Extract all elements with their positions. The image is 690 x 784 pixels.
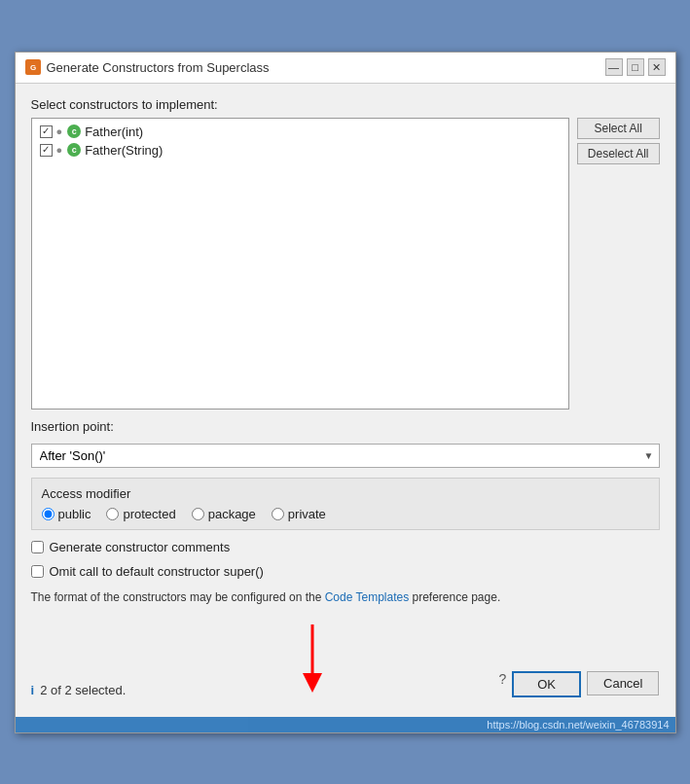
title-controls: — □ ✕ <box>605 58 666 76</box>
insertion-dropdown[interactable]: After 'Son()' Before 'Son()' At beginnin… <box>31 444 660 468</box>
radio-public-input[interactable] <box>42 508 54 520</box>
c-badge-1: c <box>67 125 81 138</box>
insertion-label: Insertion point: <box>31 419 660 434</box>
constructor-item-2[interactable]: ● c Father(String) <box>36 141 564 160</box>
radio-public-label: public <box>58 507 91 521</box>
radio-package-input[interactable] <box>192 508 204 520</box>
close-button[interactable]: ✕ <box>648 58 666 76</box>
omit-call-label: Omit call to default constructor super() <box>50 564 264 579</box>
checkbox-1[interactable] <box>40 125 53 138</box>
info-icon: i <box>31 683 35 697</box>
info-text-after: preference page. <box>409 590 500 604</box>
action-buttons: ? OK Cancel <box>498 671 659 697</box>
badge-dot-2: ● <box>56 144 63 156</box>
list-buttons: Select All Deselect All <box>577 118 660 410</box>
access-modifier-title: Access modifier <box>42 486 649 501</box>
minimize-button[interactable]: — <box>605 58 623 76</box>
access-modifier-section: Access modifier public protected package… <box>31 478 660 530</box>
radio-public[interactable]: public <box>42 507 91 521</box>
generate-comments-option[interactable]: Generate constructor comments <box>31 540 660 554</box>
bottom-bar: https://blog.csdn.net/weixin_46783914 <box>16 717 675 732</box>
checkbox-2[interactable] <box>40 144 53 157</box>
svg-text:G: G <box>29 63 35 72</box>
constructor-name-1: Father(int) <box>85 125 143 139</box>
restore-button[interactable]: □ <box>627 58 644 76</box>
badge-dot-1: ● <box>56 125 63 137</box>
radio-protected[interactable]: protected <box>106 507 175 521</box>
radio-package-label: package <box>208 507 256 521</box>
bottom-row: i 2 of 2 selected. ? OK Cancel <box>31 616 660 703</box>
insertion-dropdown-wrapper: After 'Son()' Before 'Son()' At beginnin… <box>31 444 660 468</box>
radio-protected-label: protected <box>123 507 175 521</box>
ok-button[interactable]: OK <box>512 671 581 697</box>
selected-count-text: 2 of 2 selected. <box>40 683 126 697</box>
generate-comments-checkbox[interactable] <box>31 541 44 553</box>
c-badge-2: c <box>67 143 81 157</box>
code-templates-link[interactable]: Code Templates <box>325 590 410 604</box>
constructor-item-1[interactable]: ● c Father(int) <box>36 123 564 141</box>
radio-group: public protected package private <box>42 507 649 521</box>
omit-call-checkbox[interactable] <box>31 565 44 578</box>
info-text: The format of the constructors may be co… <box>31 588 660 606</box>
info-text-before: The format of the constructors may be co… <box>31 590 325 604</box>
radio-private-input[interactable] <box>272 508 284 520</box>
radio-private[interactable]: private <box>272 507 326 521</box>
generate-constructors-dialog: G Generate Constructors from Superclass … <box>15 52 676 733</box>
dialog-icon: G <box>25 59 41 75</box>
dialog-body: Select constructors to implement: ● c Fa… <box>16 84 675 717</box>
radio-package[interactable]: package <box>192 507 256 521</box>
constructor-list: ● c Father(int) ● c Father(String) <box>31 118 569 410</box>
insertion-section: Insertion point: After 'Son()' Before 'S… <box>31 419 660 468</box>
radio-protected-input[interactable] <box>106 508 119 520</box>
constructor-list-container: ● c Father(int) ● c Father(String) Selec… <box>31 118 660 410</box>
select-all-button[interactable]: Select All <box>577 118 660 139</box>
svg-marker-3 <box>303 673 322 693</box>
title-bar: G Generate Constructors from Superclass … <box>16 53 675 84</box>
radio-private-label: private <box>288 507 326 521</box>
selected-count: i 2 of 2 selected. <box>31 683 127 697</box>
help-icon[interactable]: ? <box>498 671 506 687</box>
title-bar-left: G Generate Constructors from Superclass <box>25 59 270 75</box>
constructors-section: Select constructors to implement: ● c Fa… <box>31 97 660 410</box>
red-arrow <box>273 620 351 697</box>
generate-comments-label: Generate constructor comments <box>50 540 231 554</box>
omit-call-option[interactable]: Omit call to default constructor super() <box>31 564 660 579</box>
deselect-all-button[interactable]: Deselect All <box>577 143 660 164</box>
cancel-button[interactable]: Cancel <box>587 671 659 695</box>
bottom-url: https://blog.csdn.net/weixin_46783914 <box>487 719 669 731</box>
constructor-name-2: Father(String) <box>85 143 163 158</box>
dialog-title: Generate Constructors from Superclass <box>47 60 270 75</box>
constructors-label: Select constructors to implement: <box>31 97 660 112</box>
